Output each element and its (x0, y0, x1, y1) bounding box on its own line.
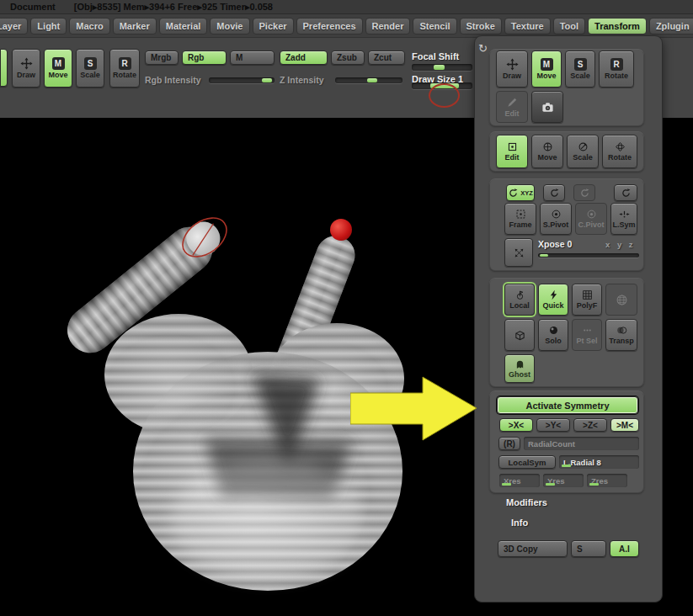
rotate-xyz-icon (508, 188, 519, 199)
menu-item-material[interactable]: Material (159, 18, 208, 35)
l-radial-slider[interactable]: L.Radial 8 (559, 455, 639, 469)
zres-slider[interactable]: Zres (587, 474, 627, 487)
point-select-button[interactable]: Pt Sel (572, 319, 602, 351)
l-radial-knob[interactable] (562, 465, 571, 467)
s-pivot-button[interactable]: S.Pivot (540, 203, 572, 235)
xyz-button[interactable]: XYZ (506, 184, 535, 201)
zsub-button[interactable]: Zsub (331, 50, 365, 65)
snapshot-button[interactable] (531, 91, 563, 123)
move-button[interactable]: M Move (44, 49, 72, 88)
radial-symmetry-button[interactable]: (R) (498, 437, 520, 450)
3d-copy-button[interactable]: 3D Copy (498, 540, 568, 557)
rotate-y-icon (579, 188, 590, 199)
l-sym-button[interactable]: L.Sym (610, 203, 637, 235)
menu-item-stencil[interactable]: Stencil (413, 18, 456, 35)
menu-item-stroke[interactable]: Stroke (460, 18, 502, 35)
panel-edit-button[interactable]: Edit (496, 91, 528, 123)
panel-scale-button[interactable]: S Scale (565, 50, 595, 88)
symmetry-z-button[interactable]: >Z< (573, 418, 607, 432)
symmetry-x-button[interactable]: >X< (499, 418, 533, 432)
xres-slider[interactable]: Xres (499, 474, 540, 487)
sphere-grid-button[interactable] (605, 284, 637, 316)
gyro-edit-button[interactable]: Edit (496, 135, 528, 168)
rotate-z-button[interactable] (614, 184, 637, 201)
xpose-slider-label: Xpose 0 (538, 239, 572, 249)
axes-label: x y z (605, 240, 636, 249)
polyframe-button[interactable]: PolyF (572, 284, 602, 316)
menu-item-layer[interactable]: Layer (0, 18, 28, 35)
menu-item-zplugin[interactable]: Zplugin (649, 18, 693, 35)
move-letter-icon: M (52, 57, 65, 70)
draw-button[interactable]: Draw (12, 49, 40, 88)
mrgb-button[interactable]: Mrgb (145, 50, 179, 65)
move-gyro-icon (542, 141, 553, 152)
solo-sphere-icon (548, 325, 559, 336)
info-label[interactable]: Info (511, 518, 528, 528)
focal-shift-slider[interactable] (412, 64, 472, 71)
menu-item-picker[interactable]: Picker (253, 18, 294, 35)
quick-button[interactable]: Quick (538, 284, 568, 316)
frame-button[interactable]: Frame (504, 203, 536, 235)
solo-button[interactable]: Solo (538, 319, 568, 351)
menu-item-tool[interactable]: Tool (553, 18, 585, 35)
menu-item-movie[interactable]: Movie (210, 18, 249, 35)
c-pivot-button[interactable]: C.Pivot (575, 203, 607, 235)
orientation-section: XYZ Frame S.Pivot C.Pivot (489, 178, 644, 271)
rotate-y-button[interactable] (573, 184, 595, 201)
rotate-button[interactable]: R Rotate (109, 49, 140, 88)
scale-button[interactable]: S Scale (76, 49, 104, 88)
gyro-scale-button[interactable]: Scale (567, 135, 599, 168)
z-intensity-slider[interactable] (335, 77, 402, 83)
rgb-intensity-slider[interactable] (209, 77, 275, 83)
title-bar: Document [Obj▸8535] Mem▸394+6 Free▸925 T… (0, 0, 693, 14)
ghost-button[interactable]: Ghost (504, 354, 535, 383)
gyro-move-button[interactable]: Move (531, 135, 563, 168)
z-intensity-label: Z Intensity (280, 75, 324, 85)
panel-draw-button[interactable]: Draw (496, 50, 528, 88)
sphere-grid-icon (616, 294, 628, 306)
local-button[interactable]: Local (504, 284, 535, 316)
menu-item-render[interactable]: Render (365, 18, 411, 35)
symmetry-m-button[interactable]: >M< (610, 418, 639, 432)
xpose-knob[interactable] (540, 254, 548, 257)
focal-shift-knob[interactable] (434, 65, 445, 70)
rotate-x-button[interactable] (543, 184, 565, 201)
yres-slider[interactable]: Yres (543, 474, 584, 487)
symmetry-y-button[interactable]: >Y< (536, 418, 570, 432)
local-symmetry-icon (619, 209, 630, 220)
menu-item-transform[interactable]: Transform (588, 18, 647, 35)
ghost-icon (514, 358, 525, 369)
clipped-button[interactable] (0, 49, 8, 87)
m-button[interactable]: M (230, 50, 275, 65)
local-sym-button[interactable]: LocalSym (498, 455, 556, 469)
rgb-intensity-knob[interactable] (262, 78, 272, 82)
rgb-button[interactable]: Rgb (182, 50, 227, 65)
gyro-rotate-button[interactable]: Rotate (602, 135, 637, 168)
activate-symmetry-button[interactable]: Activate Symmetry (497, 396, 638, 414)
zadd-button[interactable]: Zadd (280, 50, 328, 65)
modifiers-label[interactable]: Modifiers (506, 497, 547, 507)
transparency-icon (616, 325, 627, 336)
status-stats: [Obj▸8535] Mem▸394+6 Free▸925 Timer▸0.05… (74, 2, 273, 13)
zcut-button[interactable]: Zcut (368, 50, 405, 65)
rotate-letter-icon: R (610, 58, 623, 71)
menu-item-marker[interactable]: Marker (113, 18, 157, 35)
ai-button[interactable]: A.I (610, 540, 639, 557)
menu-item-macro[interactable]: Macro (69, 18, 109, 35)
menu-item-light[interactable]: Light (30, 18, 67, 35)
lightning-icon (548, 289, 559, 300)
panel-move-button[interactable]: M Move (531, 50, 562, 88)
gyro-section: Edit Move Scale Rotate (489, 131, 644, 172)
menu-item-preferences[interactable]: Preferences (296, 18, 363, 35)
radial-count-slider[interactable]: RadialCount (524, 437, 639, 450)
xpose-button[interactable] (504, 238, 533, 267)
grid-icon (582, 289, 593, 300)
cube-view-button[interactable] (504, 319, 535, 351)
transparency-button[interactable]: Transp (605, 319, 637, 351)
s-button[interactable]: S (571, 540, 606, 557)
z-intensity-knob[interactable] (367, 78, 377, 82)
circular-arrow-icon[interactable]: ↻ (478, 43, 488, 54)
panel-rotate-button[interactable]: R Rotate (599, 50, 634, 88)
menu-item-texture[interactable]: Texture (504, 18, 551, 35)
xpose-slider[interactable] (538, 253, 639, 258)
